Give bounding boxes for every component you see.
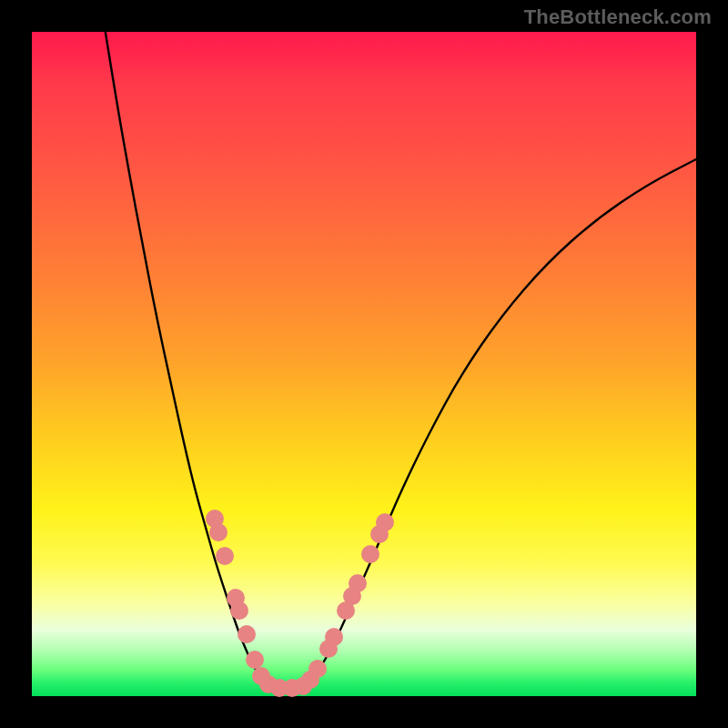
- highlight-dots-group: [206, 510, 394, 697]
- curve-right-branch: [305, 159, 696, 685]
- highlight-dot: [325, 628, 343, 646]
- highlight-dot: [230, 602, 248, 620]
- chart-svg: [32, 32, 696, 696]
- plot-area: [32, 32, 696, 696]
- highlight-dot: [361, 545, 379, 563]
- watermark-text: TheBottleneck.com: [524, 5, 712, 29]
- highlight-dot: [238, 625, 256, 643]
- highlight-dot: [376, 513, 394, 531]
- highlight-dot: [349, 574, 367, 592]
- highlight-dot: [209, 523, 228, 541]
- chart-frame: TheBottleneck.com: [0, 0, 728, 728]
- highlight-dot: [216, 547, 234, 565]
- curve-left-branch: [105, 27, 267, 683]
- highlight-dot: [246, 651, 264, 669]
- highlight-dot: [308, 660, 327, 678]
